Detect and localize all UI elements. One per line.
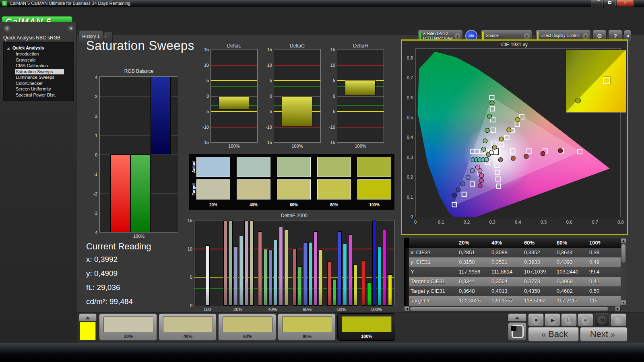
saturation-button-60%[interactable]: 60%	[218, 313, 276, 341]
refresh-button[interactable]: ↻	[594, 313, 610, 326]
table-header-row: 20%40%60%80%100%	[404, 238, 621, 248]
cie-ytick-label: 0,5	[402, 115, 413, 120]
ytick-label: 5	[190, 275, 192, 280]
cie-ytick-label: 0,7	[402, 75, 413, 80]
scroll-left-icon[interactable]: ◀	[405, 306, 409, 311]
sidebar-item-cms-calibration[interactable]: CMS Calibration	[4, 63, 74, 69]
chevron-down-icon[interactable]: ▼	[582, 33, 589, 40]
deltae-bar	[250, 220, 254, 306]
sidebar-item-luminance-sweeps[interactable]: Luminance Sweeps	[4, 74, 74, 80]
deltae-bar	[274, 240, 278, 306]
scroll-thumb[interactable]	[410, 307, 608, 311]
rgb-balance-title: RGB Balance	[99, 68, 178, 74]
table-cell: 103,2440	[557, 267, 587, 277]
ytick-label: -15	[266, 140, 272, 145]
sidebar-item-introduction[interactable]: Introduction	[4, 51, 74, 57]
tree-root[interactable]: ◢Quick Analysis	[4, 45, 74, 51]
sidebar-collapse-button[interactable]: ◀	[68, 25, 74, 32]
zero-line	[337, 96, 384, 97]
sidebar-item-colorchecker[interactable]: ColorChecker	[4, 80, 74, 86]
table-cell: 0,3773	[524, 277, 554, 286]
table-cell: 0,4013	[491, 286, 522, 296]
minimize-button[interactable]	[591, 0, 603, 6]
deltae-bar	[314, 231, 318, 306]
table-cell: 115	[589, 296, 619, 306]
cie-ytick-label: 0,1	[402, 195, 413, 200]
deltae-bar	[367, 282, 371, 306]
extra-button[interactable]	[611, 313, 626, 326]
stop-display-button[interactable]	[508, 322, 526, 341]
sidebar-radio-button[interactable]	[4, 25, 10, 32]
delta-xlabel: 100%	[274, 144, 321, 148]
table-cell: 0,3969	[557, 277, 587, 286]
table-cell: 0,3521	[491, 257, 522, 267]
saturation-button-100%[interactable]: 100%	[337, 313, 395, 341]
rgb-balance-xlabel: 100%	[99, 234, 178, 239]
chevron-down-icon[interactable]: ▼	[524, 33, 530, 40]
deltae-yticks: 151050	[181, 220, 192, 306]
deltae-bar	[258, 231, 262, 306]
actual-swatch	[277, 157, 311, 177]
delta-bar	[345, 80, 376, 95]
table-row[interactable]: Y117,9986111,8614107,1039103,244099,4	[404, 267, 621, 277]
current-reading-title: Current Reading	[86, 241, 151, 252]
target-swatch	[237, 179, 270, 200]
table-row[interactable]: Target y:CIE310,36480,40130,43580,46820,…	[404, 286, 621, 296]
ytick-label: -15	[202, 140, 209, 145]
saturation-button-80%[interactable]: 80%	[278, 313, 336, 341]
row-label: x: CIE31	[411, 248, 457, 257]
ytick-label: 0	[190, 303, 192, 308]
table-row[interactable]: x: CIE310,28510,30880,33520,36440,39	[404, 248, 621, 257]
scroll-up-icon[interactable]: ▲	[621, 239, 626, 243]
saturation-button-20%[interactable]: 20%	[99, 313, 157, 341]
stop-button[interactable]: ■	[528, 313, 544, 326]
restore-button[interactable]	[604, 0, 616, 6]
actual-swatch	[237, 157, 270, 177]
table-row[interactable]: y: CIE310,31580,35210,39330,43930,49	[404, 257, 621, 267]
sidebar-item-grayscale[interactable]: Grayscale	[4, 57, 74, 63]
next-button[interactable]: Next»	[580, 327, 627, 341]
limit-line	[211, 80, 257, 81]
table-row[interactable]: Target x:CIE310,33440,35640,37730,39690,…	[404, 277, 621, 286]
deltae-bar	[234, 247, 238, 306]
play-button[interactable]: ▶	[545, 313, 560, 326]
table-horizontal-scrollbar[interactable]: ◀ ▶	[404, 306, 621, 312]
sidebar-item-saturation-sweeps[interactable]: Saturation Sweeps	[15, 69, 64, 75]
chevron-down-icon[interactable]: ▼	[454, 33, 461, 40]
ytick-label: 0	[206, 94, 209, 99]
table-vertical-scrollbar[interactable]: ▲ ▼	[621, 238, 626, 306]
table-cell: 0,2851	[459, 248, 489, 257]
scroll-right-icon[interactable]: ▶	[615, 306, 620, 311]
sidebar-item-screen-uniformity[interactable]: Screen Uniformity	[4, 86, 74, 92]
deltae-bar	[383, 230, 387, 306]
limit-line	[337, 105, 384, 106]
swatch-label: 20%	[196, 203, 230, 207]
button-swatch	[282, 316, 332, 332]
deltae-xlabel: 20%	[221, 307, 255, 312]
scroll-thumb[interactable]	[621, 244, 625, 263]
table-cell: 0,3344	[459, 277, 489, 286]
workflow-tree: ◢Quick Analysis IntroductionGrayscaleCMS…	[3, 42, 74, 101]
sidebar-item-spectral-power-dist-[interactable]: Spectral Power Dist.	[4, 92, 74, 98]
back-button[interactable]: «Back	[528, 327, 579, 341]
close-button[interactable]: ×	[617, 0, 634, 6]
table-cell: 111,8614	[491, 267, 522, 277]
deltae-bar	[263, 249, 267, 306]
continuous-read-button[interactable]: ∞	[578, 313, 593, 326]
button-swatch	[223, 316, 272, 332]
rgb-balance-yticks: 43210-1-2-3-4	[85, 77, 97, 233]
table-cell: 118,5062	[524, 296, 554, 306]
deltae-title: DeltaE 2000	[194, 213, 394, 218]
ytick-label: 5	[206, 78, 209, 83]
read-series-button[interactable]: [··]	[561, 313, 577, 326]
table-row[interactable]: Target Y122,3025120,1557118,5062117,2117…	[404, 296, 621, 306]
deltae-bar	[338, 231, 342, 306]
actual-swatch	[196, 157, 230, 177]
header-strip: CalMAN 5 ▼ History 1 + X-Rite i1Pro 2LCD…	[0, 7, 644, 35]
transport-up-button[interactable]	[508, 313, 526, 321]
title-bar: 5 CalMAN 5 CalMAN Ultimate for Business …	[0, 0, 644, 7]
cie-xtick-label: 0,1	[438, 220, 444, 224]
saturation-button-40%[interactable]: 40%	[159, 313, 217, 341]
scroll-down-icon[interactable]: ▼	[621, 300, 626, 305]
mini-panel-up-button[interactable]	[79, 313, 97, 321]
